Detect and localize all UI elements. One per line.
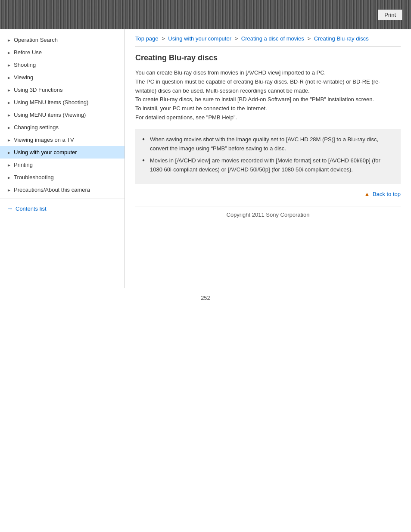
sidebar-arrow-icon: ►: [7, 150, 11, 155]
sidebar-item-5[interactable]: ►Using MENU items (Shooting): [0, 96, 125, 109]
sidebar-arrow-icon: ►: [7, 75, 11, 80]
sidebar-arrow-icon: ►: [7, 163, 11, 167]
sidebar-item-0[interactable]: ►Operation Search: [0, 34, 125, 46]
sidebar-arrow-icon: ►: [7, 125, 11, 130]
main-container: ►Operation Search►Before Use►Shooting►Vi…: [0, 29, 411, 288]
sidebar-item-label: Viewing: [14, 74, 33, 81]
sidebar-item-label: Shooting: [14, 62, 36, 68]
desc-line3: To create Blu-ray discs, be sure to inst…: [135, 96, 374, 103]
sidebar-item-7[interactable]: ►Changing settings: [0, 121, 125, 134]
back-to-top-label: Back to top: [373, 191, 401, 197]
back-to-top-link[interactable]: ▲ Back to top: [364, 191, 401, 197]
sidebar-item-label: Troubleshooting: [14, 174, 54, 180]
triangle-icon: ▲: [364, 191, 370, 197]
sidebar-item-4[interactable]: ►Using 3D Functions: [0, 84, 125, 96]
sidebar-item-2[interactable]: ►Shooting: [0, 59, 125, 71]
sidebar-arrow-icon: ►: [7, 100, 11, 105]
contents-list-label: Contents list: [16, 205, 47, 212]
sidebar-arrow-icon: ►: [7, 50, 11, 55]
sidebar: ►Operation Search►Before Use►Shooting►Vi…: [0, 29, 125, 288]
sidebar-arrow-icon: ►: [7, 63, 11, 67]
sidebar-divider: [0, 199, 125, 199]
sidebar-item-label: Using with your computer: [14, 149, 77, 156]
arrow-right-icon: →: [7, 205, 13, 212]
sidebar-item-10[interactable]: ►Printing: [0, 159, 125, 171]
footer: Copyright 2011 Sony Corporation: [135, 206, 401, 221]
note-box: When saving movies shot with the image q…: [135, 129, 401, 184]
sidebar-item-6[interactable]: ►Using MENU items (Viewing): [0, 109, 125, 121]
sidebar-item-label: Before Use: [14, 49, 42, 56]
sidebar-item-label: Using MENU items (Shooting): [14, 99, 88, 106]
content-area: Top page > Using with your computer > Cr…: [125, 29, 411, 288]
back-to-top: ▲ Back to top: [135, 191, 401, 197]
desc-line1: You can create Blu-ray discs from movies…: [135, 69, 326, 76]
sidebar-arrow-icon: ►: [7, 175, 11, 180]
note-item-1: Movies in [AVCHD view] are movies record…: [142, 156, 394, 174]
sidebar-item-label: Viewing images on a TV: [14, 137, 74, 143]
breadcrumb-sep1: >: [162, 35, 165, 42]
print-button[interactable]: Print: [378, 9, 402, 20]
breadcrumb-sep2: >: [235, 35, 238, 42]
main-description: You can create Blu-ray discs from movies…: [135, 68, 401, 122]
sidebar-item-1[interactable]: ►Before Use: [0, 46, 125, 59]
sidebar-item-label: Using 3D Functions: [14, 87, 62, 93]
breadcrumb-current: Creating Blu-ray discs: [314, 35, 369, 42]
sidebar-arrow-icon: ►: [7, 38, 11, 42]
sidebar-item-3[interactable]: ►Viewing: [0, 71, 125, 84]
page-number-value: 252: [201, 295, 210, 301]
page-title-area: Creating Blu-ray discs: [135, 53, 401, 62]
contents-list-link[interactable]: → Contents list: [0, 202, 125, 215]
desc-line2: The PC in question must be capable of cr…: [135, 78, 380, 94]
breadcrumb-top-page[interactable]: Top page: [135, 35, 159, 42]
sidebar-arrow-icon: ►: [7, 88, 11, 92]
sidebar-arrow-icon: ►: [7, 188, 11, 192]
sidebar-item-label: Operation Search: [14, 37, 58, 43]
page-title: Creating Blu-ray discs: [135, 53, 401, 62]
note-item-0: When saving movies shot with the image q…: [142, 135, 394, 153]
sidebar-arrow-icon: ►: [7, 138, 11, 142]
sidebar-item-label: Precautions/About this camera: [14, 187, 90, 193]
breadcrumb: Top page > Using with your computer > Cr…: [135, 29, 401, 47]
sidebar-item-label: Using MENU items (Viewing): [14, 112, 86, 118]
sidebar-arrow-icon: ►: [7, 113, 11, 117]
breadcrumb-sep3: >: [307, 35, 311, 42]
sidebar-item-12[interactable]: ►Precautions/About this camera: [0, 184, 125, 196]
desc-line4: To install, your PC must be connected to…: [135, 105, 267, 112]
sidebar-item-label: Changing settings: [14, 124, 59, 131]
sidebar-item-11[interactable]: ►Troubleshooting: [0, 171, 125, 184]
page-number: 252: [0, 288, 411, 305]
sidebar-item-8[interactable]: ►Viewing images on a TV: [0, 134, 125, 146]
breadcrumb-using-with-computer[interactable]: Using with your computer: [168, 35, 231, 42]
copyright-text: Copyright 2011 Sony Corporation: [227, 212, 310, 218]
desc-line5: For detailed operations, see "PMB Help".: [135, 114, 237, 121]
sidebar-item-9[interactable]: ►Using with your computer: [0, 146, 125, 159]
sidebar-item-label: Printing: [14, 162, 33, 168]
breadcrumb-creating-disc[interactable]: Creating a disc of movies: [241, 35, 304, 42]
header-banner: Print: [0, 0, 411, 29]
